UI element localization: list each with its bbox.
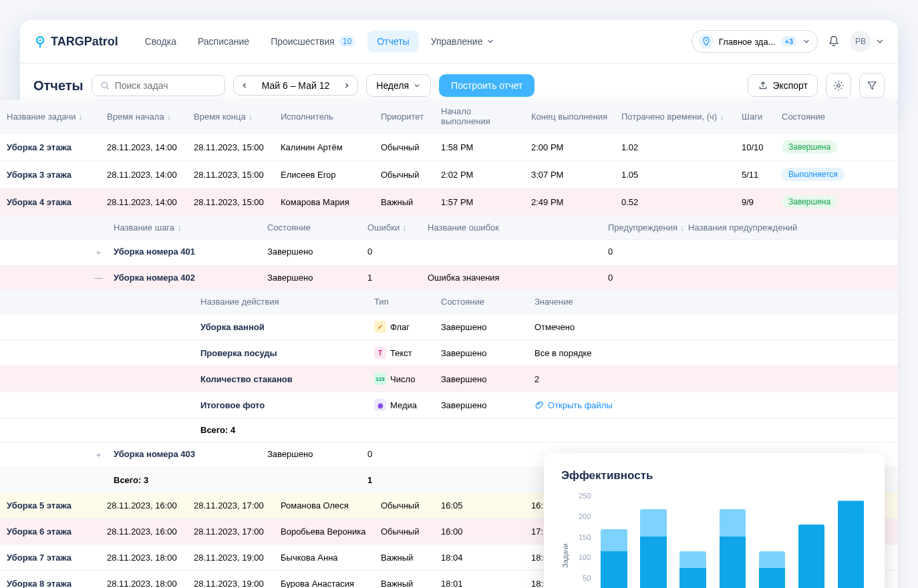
action-name: Количество стаканов (195, 374, 369, 384)
user-avatar[interactable]: РВ (850, 31, 871, 52)
chevron-down-icon (413, 82, 421, 90)
chevron-down-icon[interactable] (875, 37, 885, 46)
bar-fact (601, 551, 627, 588)
bar-plan (759, 551, 785, 568)
build-report-button[interactable]: Построить отчет (439, 74, 534, 97)
chart-bars: Пн Вт Ср Чт Пт Сб Вс (597, 492, 867, 588)
bar-plan (679, 551, 706, 568)
bar-fact (679, 568, 706, 588)
actions-header: Название действия Тип Состояние Значение (0, 289, 898, 313)
bar-plan (640, 509, 666, 537)
export-button[interactable]: Экспорт (748, 74, 818, 97)
notifications-button[interactable] (822, 29, 846, 53)
header: TARGPatrol Сводка Расписание Происшестви… (20, 20, 898, 63)
nav-incidents[interactable]: Происшествия 10 (261, 31, 365, 52)
action-row: Проверка посуды ТТекст Завершено Все в п… (0, 339, 898, 365)
expand-step-button[interactable]: ＋ (94, 247, 103, 259)
step-name: Уборка номера 401 (108, 247, 262, 259)
task-name: Уборка 4 этажа (1, 197, 102, 207)
task-name: Уборка 6 этажа (1, 527, 102, 537)
nav: Сводка Расписание Происшествия 10 Отчеты… (136, 31, 504, 52)
period-selector[interactable]: Неделя (366, 74, 431, 97)
nav-management[interactable]: Управление (422, 31, 504, 52)
filter-icon (866, 80, 878, 92)
task-name: Уборка 8 этажа (1, 579, 102, 589)
col-start[interactable]: Время начала↓ (102, 106, 188, 126)
task-name: Уборка 5 этажа (1, 500, 102, 510)
type-icon: 123 (374, 373, 386, 385)
bar-group: Чт (716, 496, 749, 588)
date-range-label: Май 6 – Май 12 (255, 80, 337, 91)
col-exec-end[interactable]: Конец выполнения (526, 106, 616, 126)
chevron-right-icon (343, 82, 351, 90)
chart-y-axis: 250200150100500 (579, 492, 591, 588)
bar-group: Сб (795, 496, 828, 588)
export-label: Экспорт (772, 80, 808, 91)
bar-plan (720, 509, 746, 537)
effectiveness-chart: Эффективность Задачи 250200150100500 Пн … (544, 453, 885, 588)
bar-fact (798, 525, 824, 588)
bar-fact (720, 537, 746, 588)
filter-button[interactable] (859, 73, 885, 98)
search-icon (100, 80, 110, 91)
step-name: Уборка номера 403 (108, 449, 262, 461)
logo-icon (33, 35, 47, 48)
bar-fact (838, 501, 864, 588)
gear-icon (832, 80, 845, 92)
expand-step-button[interactable]: ＋ (94, 449, 103, 461)
date-prev-button[interactable] (234, 76, 255, 95)
bar-group: Вт (637, 496, 669, 588)
bar-fact (640, 537, 666, 588)
nav-incidents-label: Происшествия (271, 36, 335, 47)
table-row: ＋ Уборка 2 этажа 28.11.2023, 14:00 28.11… (0, 133, 898, 160)
chart-y-label: Задачи (561, 543, 569, 568)
settings-button[interactable] (826, 73, 851, 98)
table-row: — Уборка 4 этажа 28.11.2023, 14:00 28.11… (0, 188, 898, 215)
svg-point-4 (837, 84, 840, 88)
col-priority[interactable]: Приоритет (375, 106, 436, 126)
collapse-step-button[interactable]: — (94, 273, 103, 283)
col-state[interactable]: Состояние (776, 106, 857, 126)
logo: TARGPatrol (33, 35, 118, 49)
col-time-spent[interactable]: Потрачено времени, (ч)↓ (616, 106, 736, 126)
nav-summary[interactable]: Сводка (136, 31, 186, 52)
step-row: — Уборка номера 402 Завершено 1 Ошибка з… (0, 265, 898, 289)
app-window: TARGPatrol Сводка Расписание Происшестви… (20, 20, 898, 108)
col-exec-start[interactable]: Начало выполнения (436, 106, 526, 126)
task-name: Уборка 3 этажа (1, 170, 102, 180)
action-row: Количество стаканов 123Число Завершено 2 (0, 365, 898, 392)
bell-icon (827, 35, 840, 48)
task-name: Уборка 2 этажа (1, 142, 102, 152)
search-box[interactable] (92, 75, 225, 96)
type-icon: ◉ (374, 399, 386, 411)
date-next-button[interactable] (336, 76, 357, 95)
bar-fact (759, 568, 785, 588)
col-task[interactable]: Название задачи↓ (1, 106, 102, 126)
nav-reports[interactable]: Отчеты (367, 31, 418, 52)
status-badge: Завершена (782, 195, 837, 208)
search-input[interactable] (115, 80, 216, 91)
steps-header: Название шага↓ Состояние Ошибки↓ Названи… (0, 215, 898, 239)
bar-group: Ср (677, 496, 710, 588)
col-assignee[interactable]: Исполнитель (275, 106, 375, 126)
location-selector[interactable]: Главное зда... +3 (692, 30, 818, 53)
chevron-down-icon (802, 37, 810, 45)
bar-group: Пт (756, 496, 788, 588)
svg-point-1 (39, 39, 41, 41)
action-row: Итоговое фото ◉Медиа Завершено Открыть ф… (0, 392, 898, 418)
action-row: Уборка ванной ✓Флаг Завершено Отмечено (0, 313, 898, 339)
location-label: Главное зда... (719, 37, 776, 47)
type-icon: ✓ (374, 321, 386, 333)
location-extra-badge: +3 (780, 36, 797, 47)
col-end[interactable]: Время конца↓ (188, 106, 275, 126)
date-navigator: Май 6 – Май 12 (233, 76, 359, 96)
period-label: Неделя (376, 80, 409, 91)
col-steps[interactable]: Шаги (736, 106, 776, 126)
bar-group: Вс (834, 496, 867, 588)
bar-group: Пн (597, 496, 630, 588)
type-icon: Т (374, 347, 386, 359)
action-name: Проверка посуды (195, 348, 369, 358)
open-files-link[interactable]: Открыть файлы (529, 400, 696, 410)
nav-schedule[interactable]: Расписание (188, 31, 259, 52)
logo-text: TARGPatrol (51, 35, 118, 49)
